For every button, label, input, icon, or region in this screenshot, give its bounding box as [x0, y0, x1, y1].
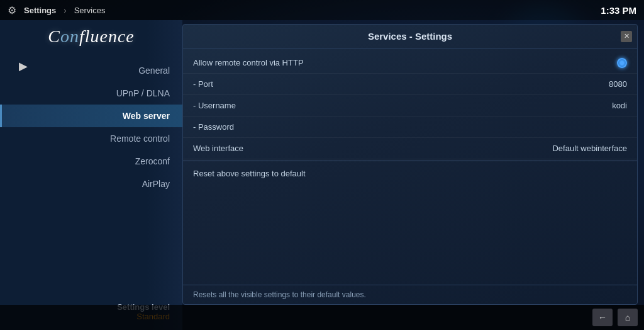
status-bar: Resets all the visible settings to their…	[183, 285, 637, 304]
setting-label-password: - Password	[193, 122, 627, 132]
divider	[183, 161, 637, 161]
cursor-arrow-icon: ▶	[19, 59, 28, 73]
sidebar-item-web-server[interactable]: Web server	[0, 105, 182, 127]
topbar-separator: ›	[64, 6, 66, 15]
dialog-titlebar: Services - Settings ✕	[183, 25, 637, 48]
setting-row-username[interactable]: - Username kodi	[183, 95, 637, 117]
setting-row-reset[interactable]: Reset above settings to default	[183, 162, 637, 184]
dialog-close-button[interactable]: ✕	[621, 31, 632, 42]
bottombar: ← ⌂	[0, 305, 644, 330]
setting-row-port[interactable]: - Port 8080	[183, 74, 637, 95]
settings-dialog: Services - Settings ✕ Allow remote contr…	[182, 24, 638, 305]
toggle-allow-http[interactable]	[617, 58, 627, 68]
setting-label-reset: Reset above settings to default	[193, 169, 627, 178]
topbar-settings[interactable]: Settings	[24, 6, 56, 15]
clock: 1:33 PM	[601, 5, 636, 16]
setting-label-web-interface: Web interface	[193, 144, 552, 153]
topbar-services[interactable]: Services	[74, 6, 106, 15]
setting-value-username: kodi	[612, 101, 627, 110]
dialog-body: Allow remote control via HTTP - Port 808…	[183, 48, 637, 188]
status-text: Resets all the visible settings to their…	[193, 290, 366, 299]
sidebar-item-remote-control[interactable]: Remote control	[0, 127, 182, 150]
setting-row-password[interactable]: - Password	[183, 117, 637, 138]
sidebar-item-airplay[interactable]: AirPlay	[0, 173, 182, 195]
setting-value-port: 8080	[609, 79, 627, 89]
setting-label-username: - Username	[193, 101, 612, 110]
main-layout: Confluence ▶ General UPnP / DLNA Web ser…	[0, 20, 644, 330]
sidebar-item-upnp-dlna[interactable]: UPnP / DLNA	[0, 82, 182, 105]
content-area: Services - Settings ✕ Allow remote contr…	[182, 20, 644, 330]
setting-label-allow-http: Allow remote control via HTTP	[193, 58, 617, 67]
home-button[interactable]: ⌂	[618, 309, 638, 326]
setting-row-allow-http[interactable]: Allow remote control via HTTP	[183, 52, 637, 74]
app-logo: Confluence	[48, 26, 135, 47]
sidebar-item-zeroconf[interactable]: Zeroconf	[0, 150, 182, 173]
sidebar: Confluence ▶ General UPnP / DLNA Web ser…	[0, 20, 182, 330]
setting-value-web-interface: Default webinterface	[552, 144, 627, 153]
dialog-title: Services - Settings	[368, 31, 452, 42]
home-icon: ⌂	[625, 312, 630, 322]
setting-row-web-interface[interactable]: Web interface Default webinterface	[183, 138, 637, 159]
back-button[interactable]: ←	[592, 309, 613, 326]
topbar: ⚙ Settings › Services 1:33 PM	[0, 0, 644, 20]
gear-icon: ⚙	[8, 4, 19, 16]
setting-label-port: - Port	[193, 79, 609, 89]
back-icon: ←	[598, 312, 607, 322]
